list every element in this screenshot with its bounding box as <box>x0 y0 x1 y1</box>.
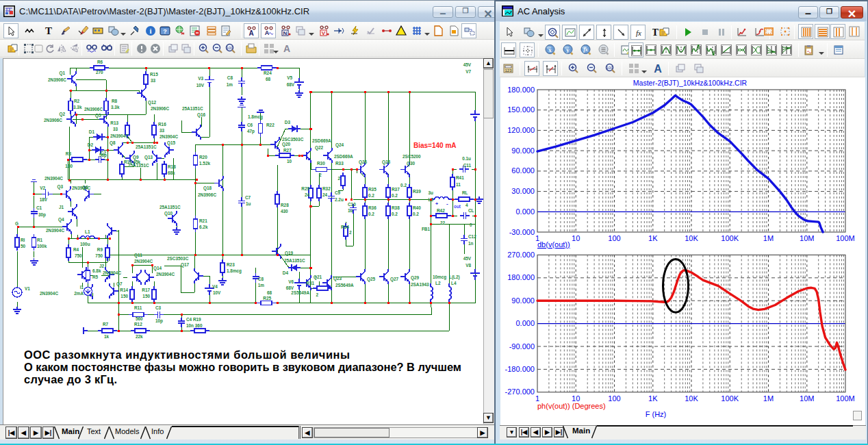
svg-text:R32: R32 <box>322 186 331 191</box>
svg-text:D1: D1 <box>89 129 95 134</box>
svg-text:R13: R13 <box>110 120 118 125</box>
svg-text:25A1351C: 25A1351C <box>182 106 203 111</box>
svg-text:Q29: Q29 <box>411 275 420 281</box>
svg-text:1k: 1k <box>104 334 110 339</box>
svg-text:случае до 3 кГц.: случае до 3 кГц. <box>24 373 117 385</box>
svg-text:90.000: 90.000 <box>511 147 535 155</box>
svg-text:560: 560 <box>136 316 143 321</box>
svg-text:Q27: Q27 <box>390 277 399 282</box>
svg-text:R24: R24 <box>264 71 272 75</box>
svg-text:50: 50 <box>21 244 26 249</box>
svg-text:V3: V3 <box>198 76 203 81</box>
svg-text:Q22: Q22 <box>315 145 324 151</box>
svg-text:ph(v(out)) (Degrees): ph(v(out)) (Degrees) <box>537 402 606 410</box>
svg-text:Q25: Q25 <box>367 277 376 282</box>
svg-text:R41: R41 <box>456 175 464 180</box>
svg-text:2SD669A: 2SD669A <box>312 138 331 143</box>
svg-text:100K: 100K <box>721 234 739 242</box>
svg-text:L2: L2 <box>435 281 441 285</box>
svg-text:47p: 47p <box>247 129 255 134</box>
svg-text:R23: R23 <box>227 262 235 267</box>
svg-text:J2: J2 <box>99 264 105 268</box>
svg-text:6.8k: 6.8k <box>92 268 101 273</box>
svg-text:2N3904C: 2N3904C <box>40 291 58 296</box>
svg-text:0.2: 0.2 <box>413 212 419 216</box>
svg-text:D4: D4 <box>283 270 289 275</box>
svg-text:A: A <box>265 29 270 36</box>
svg-text:0.000: 0.000 <box>515 319 535 327</box>
svg-text:Q7: Q7 <box>116 281 123 287</box>
svg-text:C12: C12 <box>468 234 476 239</box>
svg-text:45V: 45V <box>463 256 472 261</box>
svg-text:2N3904C: 2N3904C <box>159 134 178 139</box>
svg-text:270: 270 <box>96 70 103 75</box>
svg-text:Q1: Q1 <box>59 71 65 76</box>
svg-text:R31: R31 <box>306 281 314 285</box>
svg-text:R17: R17 <box>142 288 150 292</box>
svg-text:10p: 10p <box>155 318 163 324</box>
svg-text:R39: R39 <box>413 189 421 194</box>
svg-text:V6: V6 <box>288 279 294 284</box>
svg-text:R4: R4 <box>73 247 79 252</box>
svg-text:1K: 1K <box>648 394 658 403</box>
svg-text:10V: 10V <box>213 290 221 295</box>
svg-text:10n 360: 10n 360 <box>186 323 203 328</box>
svg-text:i: i <box>149 27 151 35</box>
svg-text:R1: R1 <box>37 238 43 242</box>
svg-text:10V: 10V <box>196 83 205 88</box>
svg-text:0.2: 0.2 <box>368 193 374 198</box>
svg-text:100: 100 <box>606 66 613 70</box>
svg-text:30p: 30p <box>38 212 46 218</box>
svg-text:18V: 18V <box>40 197 48 202</box>
svg-text:О каком постоянстве фазы можно: О каком постоянстве фазы можно говорить … <box>24 361 461 373</box>
svg-text:2N3906C: 2N3906C <box>151 106 169 111</box>
svg-text:2N3906C: 2N3906C <box>48 77 66 82</box>
svg-text:V5: V5 <box>287 75 292 80</box>
svg-text:R40: R40 <box>413 205 421 210</box>
svg-text:150: 150 <box>120 294 128 298</box>
svg-text:1m: 1m <box>227 82 233 87</box>
svg-text:J1: J1 <box>59 205 64 209</box>
svg-text:R5: R5 <box>92 275 99 279</box>
svg-text:Q11: Q11 <box>134 253 142 258</box>
svg-text:Q18: Q18 <box>203 186 212 191</box>
svg-text:C8: C8 <box>258 277 264 281</box>
svg-text:22: 22 <box>440 220 446 225</box>
svg-text:Q28: Q28 <box>382 160 391 165</box>
svg-text:F (Hz): F (Hz) <box>646 410 667 418</box>
svg-text:R20: R20 <box>199 155 207 160</box>
svg-text:2N3904C: 2N3904C <box>44 176 63 181</box>
svg-text:4: 4 <box>465 203 468 207</box>
svg-text:Q17: Q17 <box>181 262 190 268</box>
svg-text:2SA1943: 2SA1943 <box>411 282 429 287</box>
svg-text:L1: L1 <box>85 229 90 234</box>
svg-text:150: 150 <box>142 294 150 298</box>
svg-text:fx: fx <box>583 47 588 53</box>
svg-text:T: T <box>45 25 52 36</box>
svg-text:1m: 1m <box>258 283 265 288</box>
svg-text:3u: 3u <box>429 190 434 195</box>
svg-text:R8: R8 <box>112 99 118 103</box>
svg-text:0.2: 0.2 <box>368 212 374 216</box>
svg-text:2N3904C: 2N3904C <box>103 270 121 275</box>
svg-text:R30: R30 <box>317 161 325 166</box>
svg-text:Q2: Q2 <box>59 112 65 117</box>
svg-text:V7: V7 <box>465 69 471 74</box>
svg-text:0: 0 <box>470 222 472 227</box>
svg-text:750: 750 <box>75 253 82 258</box>
svg-text:C2: C2 <box>101 151 107 155</box>
svg-text:fx: fx <box>636 29 641 37</box>
svg-text:C10: C10 <box>348 202 356 207</box>
svg-text:-30.000: -30.000 <box>509 228 535 236</box>
svg-text:R33: R33 <box>335 161 344 166</box>
svg-text:1u: 1u <box>246 201 251 206</box>
svg-text:3.3k: 3.3k <box>111 105 120 110</box>
svg-text:0.2: 0.2 <box>400 183 407 188</box>
svg-text:Q4: Q4 <box>58 217 64 222</box>
svg-text:L(L2): L(L2) <box>449 275 460 280</box>
svg-text:25A1351C: 25A1351C <box>136 144 157 149</box>
svg-text:out: out <box>454 204 461 209</box>
svg-text:2N3906C: 2N3906C <box>44 118 62 123</box>
svg-text:2N3906C: 2N3906C <box>84 107 103 112</box>
svg-text:100u: 100u <box>80 242 90 246</box>
